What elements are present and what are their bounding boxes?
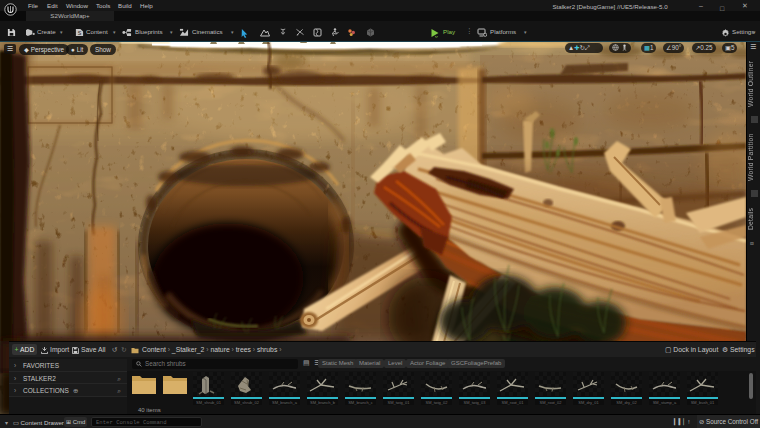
svg-text:S: S: [78, 30, 82, 36]
